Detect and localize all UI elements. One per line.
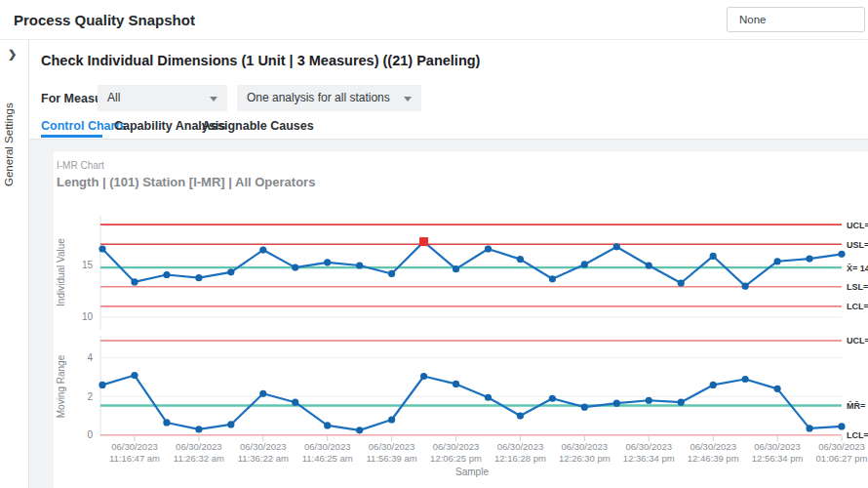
data-point[interactable] <box>742 283 749 290</box>
page-title: Check Individual Dimensions (1 Unit | 3 … <box>41 53 480 68</box>
data-point[interactable] <box>420 373 427 380</box>
data-point[interactable] <box>806 425 812 431</box>
data-point[interactable] <box>356 427 363 433</box>
data-point[interactable] <box>710 253 717 260</box>
data-point[interactable] <box>388 270 395 277</box>
header-filter-dropdown[interactable]: None <box>727 7 865 32</box>
data-point[interactable] <box>259 246 266 253</box>
sidebar: ❯ General Settings <box>0 40 29 488</box>
data-point[interactable] <box>99 245 105 252</box>
data-point[interactable] <box>549 395 556 402</box>
app-title: Process Quality Snapshot <box>14 0 195 40</box>
analysis-select[interactable]: One analysis for all stations <box>237 85 421 111</box>
page: Process Quality Snapshot None ❯ General … <box>0 0 868 488</box>
data-point[interactable] <box>227 421 234 427</box>
data-point[interactable] <box>131 372 138 379</box>
data-point[interactable] <box>453 381 459 387</box>
data-point[interactable] <box>163 419 170 426</box>
data-point[interactable] <box>646 397 652 404</box>
data-point[interactable] <box>613 243 620 250</box>
chevron-down-icon <box>404 97 412 102</box>
chart-title: Length | (101) Station [I-MR] | All Oper… <box>57 175 315 189</box>
data-point[interactable] <box>324 259 331 265</box>
data-point[interactable] <box>710 382 717 388</box>
data-point[interactable] <box>485 394 492 401</box>
data-point[interactable] <box>292 399 298 406</box>
measure-select-value: All <box>107 91 120 104</box>
active-tab-underline <box>41 135 102 138</box>
data-point[interactable] <box>517 256 524 263</box>
tab-assignable-causes[interactable]: Assignable Causes <box>202 119 314 133</box>
data-point[interactable] <box>549 275 556 282</box>
data-point[interactable] <box>581 261 588 267</box>
data-point[interactable] <box>195 274 202 281</box>
data-point[interactable] <box>806 255 812 262</box>
sidebar-expand-chevron-icon[interactable]: ❯ <box>8 48 17 61</box>
chart-panel <box>54 151 868 488</box>
data-point[interactable] <box>838 423 845 429</box>
measure-select[interactable]: All <box>98 85 227 111</box>
chart-subtitle: I-MR Chart <box>57 160 104 171</box>
out-of-control-point[interactable] <box>419 237 428 246</box>
data-point[interactable] <box>678 279 685 286</box>
data-point[interactable] <box>485 245 492 252</box>
data-point[interactable] <box>99 382 105 388</box>
data-point[interactable] <box>646 262 652 268</box>
data-point[interactable] <box>195 426 202 432</box>
data-point[interactable] <box>292 264 298 270</box>
data-point[interactable] <box>227 268 234 275</box>
data-point[interactable] <box>678 399 685 406</box>
data-point[interactable] <box>742 376 749 383</box>
data-point[interactable] <box>517 412 524 419</box>
data-point[interactable] <box>453 265 459 272</box>
data-point[interactable] <box>259 390 266 397</box>
analysis-select-value: One analysis for all stations <box>247 91 390 104</box>
data-point[interactable] <box>773 386 780 392</box>
data-point[interactable] <box>356 262 363 268</box>
chevron-down-icon <box>210 97 217 102</box>
data-point[interactable] <box>324 422 331 428</box>
header-bar: Process Quality Snapshot None <box>0 0 868 40</box>
data-point[interactable] <box>581 404 588 411</box>
data-point[interactable] <box>613 400 620 407</box>
tab-divider <box>29 139 868 140</box>
sidebar-item-general-settings[interactable]: General Settings <box>3 69 15 186</box>
data-point[interactable] <box>773 258 780 264</box>
data-point[interactable] <box>838 251 845 258</box>
data-point[interactable] <box>388 416 395 423</box>
data-point[interactable] <box>131 278 138 285</box>
data-point[interactable] <box>163 271 170 278</box>
